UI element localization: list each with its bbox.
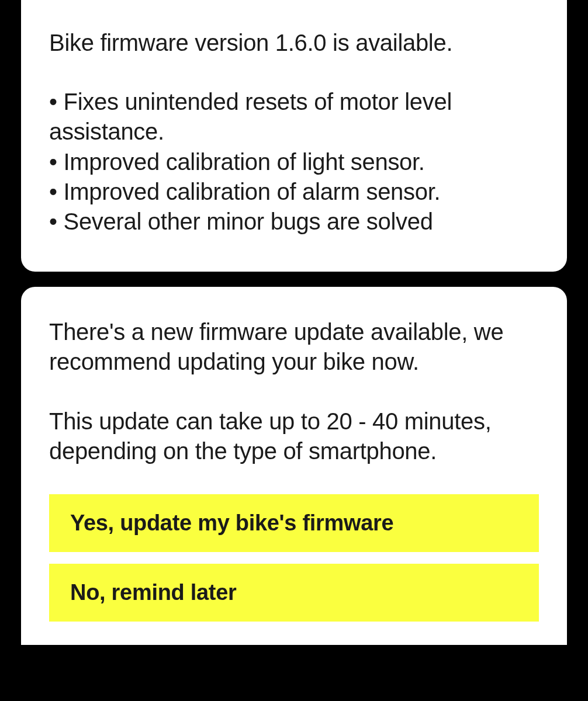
remind-later-button[interactable]: No, remind later [49, 564, 539, 622]
release-bullet-text: Fixes unintended resets of motor level a… [49, 89, 452, 144]
update-prompt-buttons: Yes, update my bike's firmware No, remin… [49, 494, 539, 622]
release-bullet: • Fixes unintended resets of motor level… [49, 87, 539, 147]
release-bullet-text: Improved calibration of alarm sensor. [64, 179, 441, 204]
update-prompt-text: There's a new firmware update available,… [49, 317, 539, 466]
update-prompt-paragraph: There's a new firmware update available,… [49, 317, 539, 377]
release-bullet: • Improved calibration of alarm sensor. [49, 177, 539, 207]
release-headline: Bike firmware version 1.6.0 is available… [49, 28, 539, 58]
update-prompt-card: There's a new firmware update available,… [21, 287, 567, 645]
confirm-update-button[interactable]: Yes, update my bike's firmware [49, 494, 539, 552]
release-bullet-text: Improved calibration of light sensor. [64, 149, 425, 175]
release-bullet: • Several other minor bugs are solved [49, 207, 539, 237]
release-bullets: • Fixes unintended resets of motor level… [49, 87, 539, 237]
update-prompt-paragraph: This update can take up to 20 - 40 minut… [49, 407, 539, 466]
release-notes-card: Bike firmware version 1.6.0 is available… [21, 0, 567, 272]
release-bullet-text: Several other minor bugs are solved [64, 209, 433, 234]
release-bullet: • Improved calibration of light sensor. [49, 147, 539, 177]
